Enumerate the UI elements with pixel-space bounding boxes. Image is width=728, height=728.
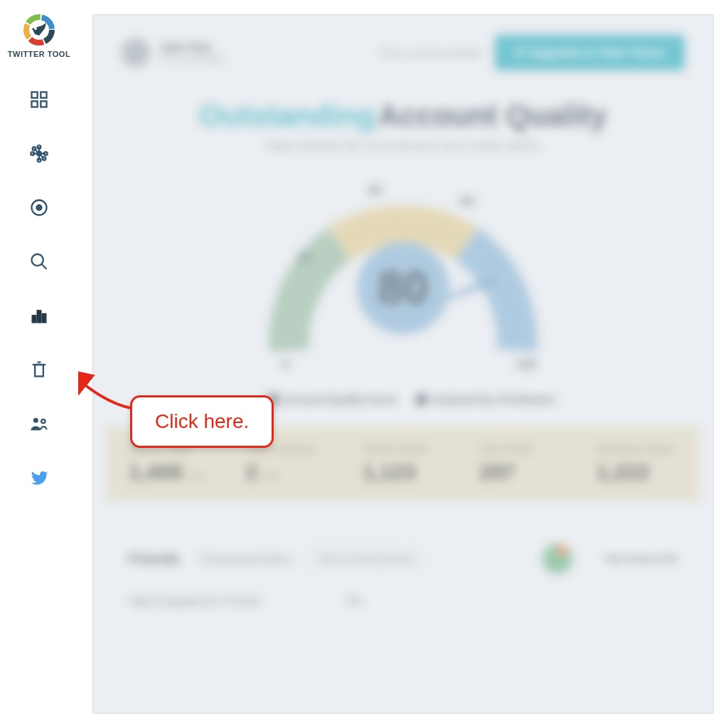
- annotation-arrow: [75, 377, 139, 422]
- target-nav-item[interactable]: [23, 193, 55, 225]
- search-nav-item[interactable]: [23, 247, 55, 279]
- sidebar: TWITTER TOOL: [0, 0, 78, 728]
- logo-label: TWITTER TOOL: [8, 50, 70, 58]
- dashboard-nav-item[interactable]: [23, 85, 55, 117]
- twitter-nav-item[interactable]: [23, 464, 55, 495]
- people-icon: [29, 414, 49, 437]
- annotation-callout: Click here.: [130, 395, 274, 448]
- svg-rect-9: [41, 101, 46, 107]
- twitter-icon: [29, 468, 49, 491]
- svg-point-33: [33, 418, 38, 423]
- app-logo: TWITTER TOOL: [8, 13, 70, 58]
- svg-point-34: [41, 419, 45, 423]
- trash-icon: [29, 360, 49, 382]
- network-nav-item[interactable]: [23, 139, 55, 171]
- svg-rect-28: [38, 311, 41, 322]
- svg-point-24: [36, 204, 42, 210]
- svg-point-5: [34, 27, 37, 30]
- logo-icon: [22, 13, 56, 47]
- svg-line-26: [42, 264, 47, 269]
- grid-icon: [29, 90, 49, 112]
- network-icon: [29, 144, 49, 166]
- svg-rect-8: [32, 101, 38, 107]
- bar-chart-icon: [29, 306, 49, 328]
- stats-nav-item[interactable]: [23, 301, 55, 333]
- target-icon: [29, 198, 49, 220]
- svg-rect-27: [33, 316, 36, 322]
- friends-nav-item[interactable]: [23, 410, 55, 441]
- svg-rect-31: [35, 365, 43, 376]
- svg-rect-29: [43, 314, 46, 323]
- trash-nav-item[interactable]: [23, 355, 55, 387]
- svg-rect-7: [41, 92, 46, 98]
- main-content: John Doe This is a preview This is a dum…: [78, 0, 728, 728]
- svg-rect-6: [32, 92, 38, 98]
- search-icon: [29, 252, 49, 274]
- svg-point-25: [32, 255, 43, 266]
